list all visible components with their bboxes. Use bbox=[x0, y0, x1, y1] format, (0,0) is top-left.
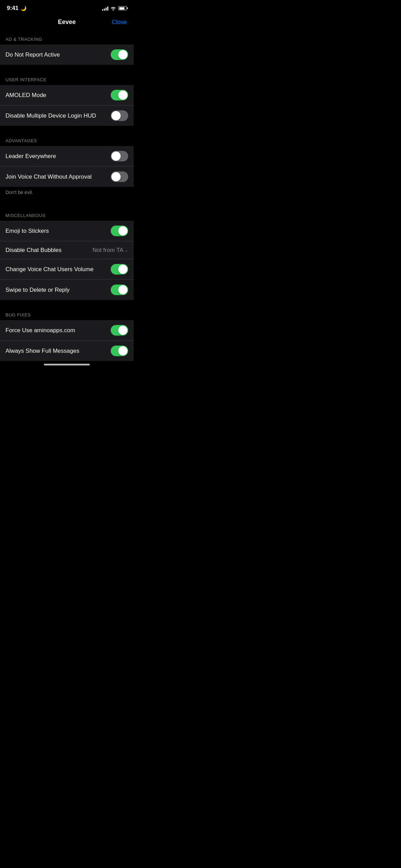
home-indicator bbox=[0, 361, 134, 370]
row-label-disable-multi-device-hud: Disable Multiple Device Login HUD bbox=[5, 112, 96, 119]
toggle-leader-everywhere[interactable] bbox=[111, 151, 128, 161]
status-bar: 9:41 🌙 bbox=[0, 0, 134, 14]
toggle-amoled-mode[interactable] bbox=[111, 90, 128, 100]
row-label-amoled-mode: AMOLED Mode bbox=[5, 92, 46, 99]
close-button[interactable]: Close bbox=[112, 19, 127, 26]
settings-row-always-show-full[interactable]: Always Show Full Messages bbox=[0, 341, 134, 361]
toggle-do-not-report[interactable] bbox=[111, 49, 128, 60]
settings-row-emoji-to-stickers[interactable]: Emoji to Stickers bbox=[0, 221, 134, 241]
status-icons bbox=[102, 6, 127, 11]
row-label-disable-chat-bubbles: Disable Chat Bubbles bbox=[5, 247, 61, 254]
toggle-knob-change-voice-volume bbox=[118, 265, 127, 274]
settings-row-disable-multi-device-hud[interactable]: Disable Multiple Device Login HUD bbox=[0, 106, 134, 126]
toggle-knob-amoled-mode bbox=[118, 91, 127, 100]
signal-icon bbox=[102, 6, 108, 11]
section-header-ad-tracking: AD & TRACKING bbox=[0, 31, 134, 45]
toggle-disable-multi-device-hud[interactable] bbox=[111, 110, 128, 121]
section-header-miscellaneous: MISCELLANEOUS bbox=[0, 207, 134, 221]
row-label-swipe-delete-reply: Swipe to Delete or Reply bbox=[5, 287, 70, 293]
settings-group-ad-tracking: Do Not Report Active bbox=[0, 45, 134, 65]
settings-row-change-voice-volume[interactable]: Change Voice Chat Users Volume bbox=[0, 259, 134, 280]
settings-row-swipe-delete-reply[interactable]: Swipe to Delete or Reply bbox=[0, 280, 134, 300]
toggle-knob-force-aminoapps bbox=[118, 326, 127, 335]
toggle-change-voice-volume[interactable] bbox=[111, 264, 128, 275]
toggle-knob-leader-everywhere bbox=[111, 152, 121, 161]
section-footer-advantages: Don't be evil. bbox=[0, 187, 134, 201]
toggle-emoji-to-stickers[interactable] bbox=[111, 226, 128, 236]
page-title: Eevee bbox=[58, 19, 76, 26]
row-label-leader-everywhere: Leader Everywhere bbox=[5, 153, 56, 160]
row-label-do-not-report: Do Not Report Active bbox=[5, 51, 60, 58]
settings-group-user-interface: AMOLED ModeDisable Multiple Device Login… bbox=[0, 85, 134, 126]
settings-row-force-aminoapps[interactable]: Force Use aminoapps.com bbox=[0, 320, 134, 341]
row-label-force-aminoapps: Force Use aminoapps.com bbox=[5, 327, 75, 334]
section-spacer bbox=[0, 65, 134, 72]
settings-row-disable-chat-bubbles[interactable]: Disable Chat BubblesNot from TA⌄ bbox=[0, 241, 134, 259]
toggle-join-voice-chat[interactable] bbox=[111, 171, 128, 182]
toggle-knob-do-not-report bbox=[118, 50, 127, 59]
moon-icon: 🌙 bbox=[21, 5, 26, 11]
nav-header: Eevee Close bbox=[0, 14, 134, 31]
settings-row-join-voice-chat[interactable]: Join Voice Chat Without Approval bbox=[0, 167, 134, 187]
toggle-knob-always-show-full bbox=[118, 346, 127, 355]
wifi-icon bbox=[110, 6, 116, 11]
row-label-change-voice-volume: Change Voice Chat Users Volume bbox=[5, 266, 94, 273]
row-label-join-voice-chat: Join Voice Chat Without Approval bbox=[5, 173, 92, 180]
dropdown-disable-chat-bubbles[interactable]: Not from TA⌄ bbox=[93, 247, 128, 254]
dropdown-value-disable-chat-bubbles: Not from TA bbox=[93, 247, 123, 254]
section-spacer bbox=[0, 201, 134, 207]
toggle-knob-swipe-delete-reply bbox=[118, 285, 127, 294]
chevron-down-icon: ⌄ bbox=[125, 248, 128, 253]
row-label-emoji-to-stickers: Emoji to Stickers bbox=[5, 228, 49, 234]
home-bar bbox=[44, 364, 90, 365]
section-spacer bbox=[0, 126, 134, 133]
toggle-always-show-full[interactable] bbox=[111, 346, 128, 356]
battery-icon bbox=[118, 6, 127, 10]
row-label-always-show-full: Always Show Full Messages bbox=[5, 348, 79, 354]
section-header-advantages: ADVANTAGES bbox=[0, 133, 134, 146]
section-header-bug-fixes: BUG FIXES bbox=[0, 307, 134, 320]
toggle-force-aminoapps[interactable] bbox=[111, 325, 128, 336]
time-display: 9:41 bbox=[7, 5, 19, 12]
settings-row-leader-everywhere[interactable]: Leader Everywhere bbox=[0, 146, 134, 167]
toggle-swipe-delete-reply[interactable] bbox=[111, 285, 128, 295]
settings-row-do-not-report[interactable]: Do Not Report Active bbox=[0, 45, 134, 65]
settings-group-miscellaneous: Emoji to StickersDisable Chat BubblesNot… bbox=[0, 221, 134, 300]
settings-group-advantages: Leader EverywhereJoin Voice Chat Without… bbox=[0, 146, 134, 187]
settings-group-bug-fixes: Force Use aminoapps.comAlways Show Full … bbox=[0, 320, 134, 361]
section-header-user-interface: USER INTERFACE bbox=[0, 72, 134, 85]
settings-row-amoled-mode[interactable]: AMOLED Mode bbox=[0, 85, 134, 106]
toggle-knob-join-voice-chat bbox=[111, 172, 121, 181]
toggle-knob-disable-multi-device-hud bbox=[111, 111, 121, 120]
section-spacer bbox=[0, 300, 134, 307]
status-time: 9:41 🌙 bbox=[7, 5, 26, 12]
toggle-knob-emoji-to-stickers bbox=[118, 226, 127, 236]
